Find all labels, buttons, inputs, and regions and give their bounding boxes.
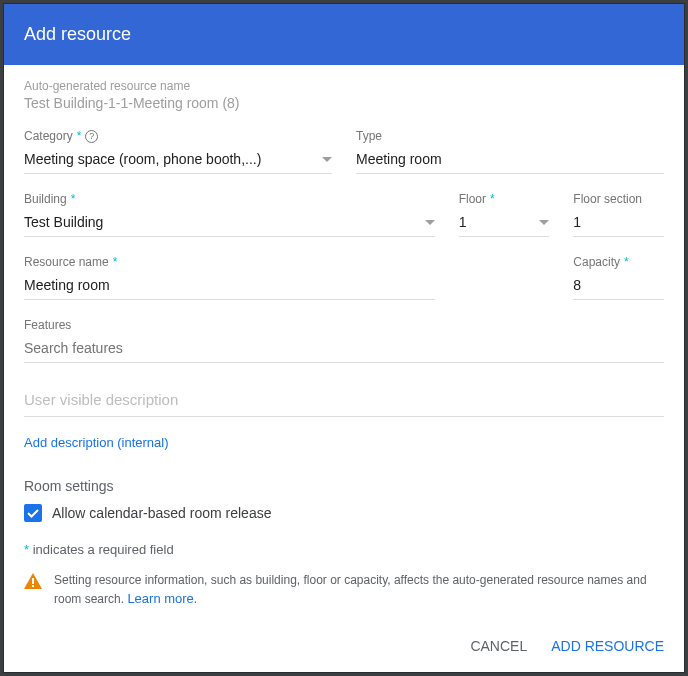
warning-note: Setting resource information, such as bu… xyxy=(24,571,664,609)
add-resource-dialog: Add resource Auto-generated resource nam… xyxy=(4,4,684,672)
type-field: Type Meeting room xyxy=(356,129,664,174)
dialog-footer: CANCEL ADD RESOURCE xyxy=(4,626,684,672)
resource-name-field: Resource name * Meeting room xyxy=(24,255,435,300)
cancel-button[interactable]: CANCEL xyxy=(470,638,527,654)
description-placeholder: User visible description xyxy=(24,391,178,408)
required-note: * indicates a required field xyxy=(24,542,664,557)
add-resource-button[interactable]: ADD RESOURCE xyxy=(551,638,664,654)
capacity-input[interactable]: 8 xyxy=(573,273,664,300)
required-marker: * xyxy=(490,192,495,206)
checkbox-checked-icon[interactable] xyxy=(24,504,42,522)
capacity-field: Capacity * 8 xyxy=(573,255,664,300)
room-settings-title: Room settings xyxy=(24,478,664,494)
category-value: Meeting space (room, phone booth,...) xyxy=(24,151,316,167)
chevron-down-icon xyxy=(539,220,549,225)
required-marker: * xyxy=(624,255,629,269)
chevron-down-icon xyxy=(322,157,332,162)
features-field: Features xyxy=(24,318,664,363)
floor-field: Floor * 1 xyxy=(459,192,550,237)
dialog-title: Add resource xyxy=(24,24,131,44)
floor-select[interactable]: 1 xyxy=(459,210,550,237)
required-marker: * xyxy=(71,192,76,206)
floor-section-value: 1 xyxy=(573,214,664,230)
svg-rect-1 xyxy=(32,585,34,587)
building-field: Building * Test Building xyxy=(24,192,435,237)
required-marker: * xyxy=(113,255,118,269)
add-internal-description-link[interactable]: Add description (internal) xyxy=(24,435,169,450)
category-select[interactable]: Meeting space (room, phone booth,...) xyxy=(24,147,332,174)
description-input[interactable]: User visible description xyxy=(24,385,664,417)
resource-name-value: Meeting room xyxy=(24,277,435,293)
type-label: Type xyxy=(356,129,382,143)
learn-more-link[interactable]: Learn more xyxy=(127,591,193,606)
type-input[interactable]: Meeting room xyxy=(356,147,664,174)
required-marker: * xyxy=(77,129,82,143)
category-label: Category xyxy=(24,129,73,143)
resource-name-label: Resource name xyxy=(24,255,109,269)
floor-value: 1 xyxy=(459,214,534,230)
category-field: Category * ? Meeting space (room, phone … xyxy=(24,129,332,174)
dialog-header: Add resource xyxy=(4,4,684,65)
floor-section-label: Floor section xyxy=(573,192,642,206)
floor-label: Floor xyxy=(459,192,486,206)
features-input[interactable] xyxy=(24,336,664,363)
dialog-body: Auto-generated resource name Test Buildi… xyxy=(4,65,684,626)
resource-name-input[interactable]: Meeting room xyxy=(24,273,435,300)
svg-rect-0 xyxy=(32,578,34,584)
chevron-down-icon xyxy=(425,220,435,225)
capacity-value: 8 xyxy=(573,277,664,293)
features-label: Features xyxy=(24,318,71,332)
floor-section-input[interactable]: 1 xyxy=(573,210,664,237)
auto-name-value: Test Building-1-1-Meeting room (8) xyxy=(24,95,664,111)
building-select[interactable]: Test Building xyxy=(24,210,435,237)
floor-section-field: Floor section 1 xyxy=(573,192,664,237)
capacity-label: Capacity xyxy=(573,255,620,269)
allow-release-row[interactable]: Allow calendar-based room release xyxy=(24,504,664,522)
allow-release-label: Allow calendar-based room release xyxy=(52,505,271,521)
building-value: Test Building xyxy=(24,214,419,230)
help-icon[interactable]: ? xyxy=(85,130,98,143)
building-label: Building xyxy=(24,192,67,206)
type-value: Meeting room xyxy=(356,151,664,167)
auto-name-label: Auto-generated resource name xyxy=(24,79,664,93)
warning-text: Setting resource information, such as bu… xyxy=(54,571,664,609)
features-search[interactable] xyxy=(24,340,664,356)
warning-icon xyxy=(24,573,42,594)
